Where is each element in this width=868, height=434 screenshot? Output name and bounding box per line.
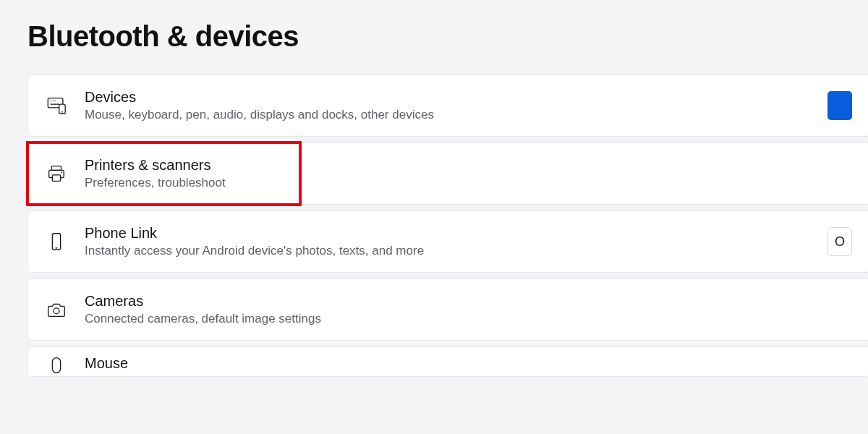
row-phone-link[interactable]: Phone Link Instantly access your Android… (27, 210, 868, 273)
row-devices-sub: Mouse, keyboard, pen, audio, displays an… (85, 107, 827, 123)
mouse-icon (46, 354, 85, 376)
row-cameras-sub: Connected cameras, default image setting… (85, 311, 852, 327)
row-mouse[interactable]: Mouse (27, 346, 868, 377)
row-printers[interactable]: Printers & scanners Preferences, trouble… (27, 142, 300, 205)
phone-icon (46, 231, 85, 252)
svg-point-1 (51, 101, 51, 101)
devices-icon (46, 95, 85, 116)
svg-point-13 (54, 308, 59, 314)
svg-rect-11 (52, 234, 60, 250)
svg-rect-7 (51, 166, 61, 171)
printer-icon (46, 163, 85, 184)
row-mouse-title: Mouse (85, 354, 852, 372)
open-phone-link-button[interactable]: O (827, 227, 852, 256)
row-phone-title: Phone Link (85, 224, 827, 242)
row-devices-title: Devices (85, 88, 827, 106)
row-devices[interactable]: Devices Mouse, keyboard, pen, audio, dis… (27, 75, 868, 137)
row-cameras[interactable]: Cameras Connected cameras, default image… (27, 278, 868, 341)
page-title: Bluetooth & devices (27, 20, 868, 53)
row-printers-sub: Preferences, troubleshoot (85, 175, 282, 191)
row-printers-title: Printers & scanners (85, 156, 282, 174)
svg-point-10 (61, 171, 62, 173)
svg-point-3 (54, 101, 55, 101)
row-cameras-title: Cameras (85, 292, 852, 310)
settings-list: Devices Mouse, keyboard, pen, audio, dis… (27, 75, 868, 377)
svg-rect-9 (52, 175, 60, 181)
add-device-button[interactable] (827, 91, 852, 120)
svg-point-2 (53, 101, 54, 101)
svg-rect-14 (52, 358, 60, 373)
row-phone-sub: Instantly access your Android device's p… (85, 243, 827, 259)
camera-icon (46, 299, 85, 320)
